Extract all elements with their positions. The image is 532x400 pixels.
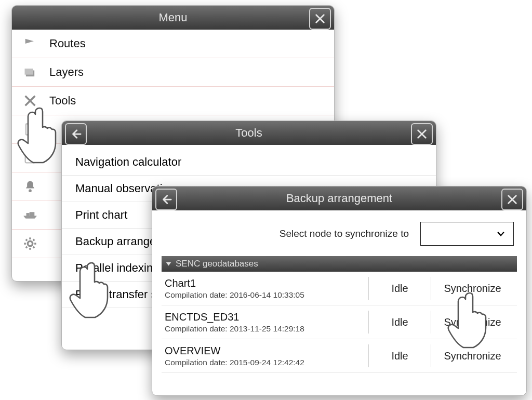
gear-icon [21,236,39,251]
node-select-label: Select node to synchronize to [280,228,409,239]
tools-item-label: Parallel indexing [75,261,159,275]
db-date: Compilation date: 2013-11-25 14:29:18 [165,324,368,334]
db-name: ENCTDS_ED31 [165,311,368,323]
db-row: ENCTDS_ED31 Compilation date: 2013-11-25… [162,305,517,339]
tools-icon [21,94,39,108]
tools-item-label: Navigation calculator [75,155,181,169]
db-name: Chart1 [165,277,368,289]
svg-rect-1 [25,69,33,75]
svg-rect-7 [30,212,34,216]
backup-panel: Backup arrangement Select node to synchr… [152,186,527,396]
close-icon [416,128,428,140]
svg-point-5 [29,190,32,192]
db-row: Chart1 Compilation date: 2016-06-14 10:3… [162,272,517,305]
menu-item-tools[interactable]: Tools [12,87,334,115]
db-status: Idle [368,277,431,300]
back-button[interactable] [155,189,177,210]
section-senc[interactable]: SENC geodatabases [162,256,517,272]
menu-item-layers[interactable]: Layers [12,58,334,87]
synchronize-button[interactable]: Synchronize [431,311,514,334]
svg-rect-6 [26,214,29,216]
svg-point-8 [28,241,32,246]
menu-item-routes[interactable]: Routes [12,30,334,58]
backup-title: Backup arrangement [286,192,392,205]
doc-icon [21,122,39,137]
expand-icon [166,262,171,266]
close-icon [314,13,326,24]
db-date: Compilation date: 2015-09-24 12:42:42 [165,358,368,367]
db-status: Idle [368,344,431,367]
close-button[interactable] [411,123,433,145]
node-select[interactable] [420,222,514,246]
db-status: Idle [368,311,431,334]
tools-item-label: Print chart [75,208,127,222]
menu-item-label: Tools [49,94,76,108]
flag-icon [21,36,39,51]
bell-icon [21,179,39,194]
menu-item-label: Routes [49,37,86,50]
close-button[interactable] [501,189,523,210]
back-icon [70,128,82,140]
close-icon [507,194,518,205]
synchronize-button[interactable]: Synchronize [431,344,514,367]
db-name: OVERVIEW [165,345,368,357]
tools-title: Tools [235,126,262,140]
layers-icon [21,65,39,79]
menu-title: Menu [158,11,187,24]
tools-item-nav-calc[interactable]: Navigation calculator [62,149,436,176]
section-label: SENC geodatabases [176,259,258,269]
close-button[interactable] [309,8,331,30]
synchronize-button[interactable]: Synchronize [431,277,514,300]
back-icon [161,194,172,205]
db-row: OVERVIEW Compilation date: 2015-09-24 12… [162,339,517,373]
menu-header: Menu [12,6,334,30]
tools-header: Tools [62,121,436,145]
menu-item-label: Layers [49,65,84,79]
ship-icon [21,208,39,222]
chevron-down-icon [496,229,506,239]
back-button[interactable] [65,123,87,145]
db-list: Chart1 Compilation date: 2016-06-14 10:3… [162,272,517,373]
backup-header: Backup arrangement [152,186,526,210]
node-select-row: Select node to synchronize to [152,222,526,256]
db-date: Compilation date: 2016-06-14 10:33:05 [165,290,368,300]
cal-icon [21,151,39,165]
svg-point-4 [31,154,35,157]
